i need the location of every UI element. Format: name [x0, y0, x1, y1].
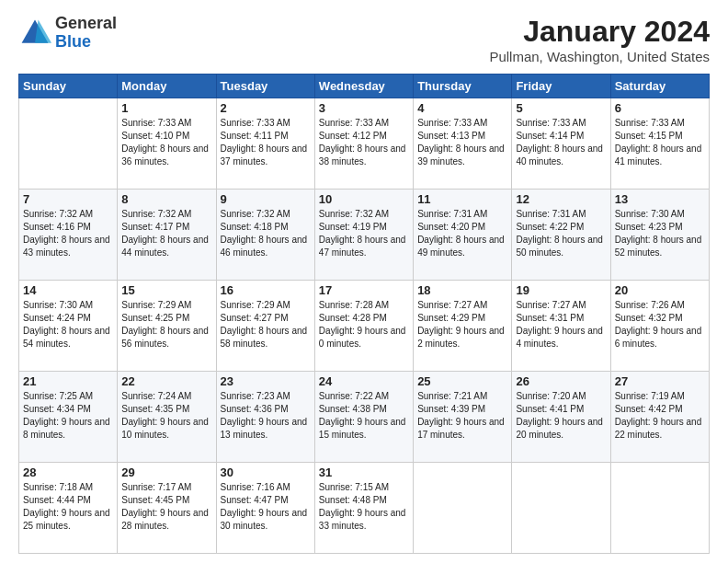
cell-info: Sunrise: 7:31 AMSunset: 4:20 PMDaylight:… [417, 208, 507, 259]
cell-info: Sunrise: 7:23 AMSunset: 4:36 PMDaylight:… [221, 390, 311, 442]
cell-info: Sunrise: 7:15 AMSunset: 4:48 PMDaylight:… [319, 481, 409, 533]
cell-info: Sunrise: 7:33 AMSunset: 4:13 PMDaylight:… [417, 117, 507, 168]
col-thursday: Thursday [414, 75, 512, 98]
day-number: 10 [319, 192, 409, 206]
cell-info: Sunrise: 7:32 AMSunset: 4:18 PMDaylight:… [221, 208, 311, 259]
day-number: 14 [23, 283, 113, 297]
logo-icon [18, 17, 51, 50]
cell-info: Sunrise: 7:33 AMSunset: 4:14 PMDaylight:… [516, 117, 606, 168]
page: General Blue January 2024 Pullman, Washi… [0, 0, 728, 563]
table-row: 21Sunrise: 7:25 AMSunset: 4:34 PMDayligh… [19, 372, 118, 463]
day-number: 3 [319, 101, 409, 115]
day-number: 6 [615, 101, 705, 115]
day-number: 8 [121, 192, 211, 206]
table-row: 11Sunrise: 7:31 AMSunset: 4:20 PMDayligh… [414, 190, 512, 281]
col-wednesday: Wednesday [314, 75, 413, 98]
cell-info: Sunrise: 7:18 AMSunset: 4:44 PMDaylight:… [23, 481, 113, 533]
calendar-week-row: 1Sunrise: 7:33 AMSunset: 4:10 PMDaylight… [19, 98, 710, 190]
cell-info: Sunrise: 7:30 AMSunset: 4:23 PMDaylight:… [615, 208, 705, 259]
table-row: 10Sunrise: 7:32 AMSunset: 4:19 PMDayligh… [314, 190, 413, 281]
day-number: 16 [221, 283, 311, 297]
calendar-table: Sunday Monday Tuesday Wednesday Thursday… [18, 74, 710, 554]
table-row: 31Sunrise: 7:15 AMSunset: 4:48 PMDayligh… [314, 463, 413, 554]
day-number: 25 [417, 374, 507, 388]
logo: General Blue [18, 15, 117, 52]
cell-info: Sunrise: 7:31 AMSunset: 4:22 PMDaylight:… [516, 208, 606, 259]
location: Pullman, Washington, United States [489, 49, 710, 64]
col-monday: Monday [118, 75, 216, 98]
table-row: 7Sunrise: 7:32 AMSunset: 4:16 PMDaylight… [19, 190, 118, 281]
day-number: 2 [221, 101, 311, 115]
col-tuesday: Tuesday [216, 75, 314, 98]
table-row: 14Sunrise: 7:30 AMSunset: 4:24 PMDayligh… [19, 281, 118, 372]
day-number: 13 [615, 192, 705, 206]
table-row: 3Sunrise: 7:33 AMSunset: 4:12 PMDaylight… [314, 98, 413, 190]
table-row: 5Sunrise: 7:33 AMSunset: 4:14 PMDaylight… [512, 98, 610, 190]
title-area: January 2024 Pullman, Washington, United… [489, 15, 710, 64]
table-row: 16Sunrise: 7:29 AMSunset: 4:27 PMDayligh… [216, 281, 314, 372]
calendar-header-row: Sunday Monday Tuesday Wednesday Thursday… [19, 75, 710, 98]
table-row: 23Sunrise: 7:23 AMSunset: 4:36 PMDayligh… [216, 372, 314, 463]
day-number: 22 [121, 374, 211, 388]
table-row [414, 463, 512, 554]
cell-info: Sunrise: 7:29 AMSunset: 4:27 PMDaylight:… [221, 299, 311, 350]
day-number: 29 [121, 465, 211, 479]
cell-info: Sunrise: 7:19 AMSunset: 4:42 PMDaylight:… [615, 390, 705, 442]
day-number: 21 [23, 374, 113, 388]
table-row: 29Sunrise: 7:17 AMSunset: 4:45 PMDayligh… [118, 463, 216, 554]
day-number: 18 [417, 283, 507, 297]
cell-info: Sunrise: 7:20 AMSunset: 4:41 PMDaylight:… [516, 390, 606, 442]
cell-info: Sunrise: 7:32 AMSunset: 4:17 PMDaylight:… [121, 208, 211, 259]
cell-info: Sunrise: 7:24 AMSunset: 4:35 PMDaylight:… [121, 390, 211, 442]
logo-general: General [55, 15, 117, 33]
cell-info: Sunrise: 7:21 AMSunset: 4:39 PMDaylight:… [417, 390, 507, 442]
table-row: 1Sunrise: 7:33 AMSunset: 4:10 PMDaylight… [118, 98, 216, 190]
table-row: 2Sunrise: 7:33 AMSunset: 4:11 PMDaylight… [216, 98, 314, 190]
day-number: 15 [121, 283, 211, 297]
table-row: 8Sunrise: 7:32 AMSunset: 4:17 PMDaylight… [118, 190, 216, 281]
table-row: 9Sunrise: 7:32 AMSunset: 4:18 PMDaylight… [216, 190, 314, 281]
cell-info: Sunrise: 7:30 AMSunset: 4:24 PMDaylight:… [23, 299, 113, 350]
col-sunday: Sunday [19, 75, 118, 98]
header: General Blue January 2024 Pullman, Washi… [18, 15, 710, 64]
table-row: 22Sunrise: 7:24 AMSunset: 4:35 PMDayligh… [118, 372, 216, 463]
cell-info: Sunrise: 7:26 AMSunset: 4:32 PMDaylight:… [615, 299, 705, 350]
cell-info: Sunrise: 7:27 AMSunset: 4:29 PMDaylight:… [417, 299, 507, 350]
cell-info: Sunrise: 7:28 AMSunset: 4:28 PMDaylight:… [319, 299, 409, 350]
day-number: 11 [417, 192, 507, 206]
day-number: 31 [319, 465, 409, 479]
day-number: 28 [23, 465, 113, 479]
cell-info: Sunrise: 7:29 AMSunset: 4:25 PMDaylight:… [121, 299, 211, 350]
cell-info: Sunrise: 7:33 AMSunset: 4:10 PMDaylight:… [121, 117, 211, 168]
calendar-week-row: 14Sunrise: 7:30 AMSunset: 4:24 PMDayligh… [19, 281, 710, 372]
table-row: 15Sunrise: 7:29 AMSunset: 4:25 PMDayligh… [118, 281, 216, 372]
table-row: 4Sunrise: 7:33 AMSunset: 4:13 PMDaylight… [414, 98, 512, 190]
logo-text: General Blue [55, 15, 117, 52]
cell-info: Sunrise: 7:33 AMSunset: 4:15 PMDaylight:… [615, 117, 705, 168]
day-number: 30 [221, 465, 311, 479]
table-row [512, 463, 610, 554]
day-number: 7 [23, 192, 113, 206]
day-number: 20 [615, 283, 705, 297]
day-number: 24 [319, 374, 409, 388]
calendar-week-row: 21Sunrise: 7:25 AMSunset: 4:34 PMDayligh… [19, 372, 710, 463]
calendar-week-row: 28Sunrise: 7:18 AMSunset: 4:44 PMDayligh… [19, 463, 710, 554]
cell-info: Sunrise: 7:17 AMSunset: 4:45 PMDaylight:… [121, 481, 211, 533]
cell-info: Sunrise: 7:33 AMSunset: 4:11 PMDaylight:… [221, 117, 311, 168]
month-title: January 2024 [489, 15, 710, 49]
cell-info: Sunrise: 7:27 AMSunset: 4:31 PMDaylight:… [516, 299, 606, 350]
day-number: 17 [319, 283, 409, 297]
calendar-week-row: 7Sunrise: 7:32 AMSunset: 4:16 PMDaylight… [19, 190, 710, 281]
cell-info: Sunrise: 7:32 AMSunset: 4:16 PMDaylight:… [23, 208, 113, 259]
table-row: 6Sunrise: 7:33 AMSunset: 4:15 PMDaylight… [610, 98, 709, 190]
day-number: 27 [615, 374, 705, 388]
day-number: 4 [417, 101, 507, 115]
table-row: 18Sunrise: 7:27 AMSunset: 4:29 PMDayligh… [414, 281, 512, 372]
cell-info: Sunrise: 7:32 AMSunset: 4:19 PMDaylight:… [319, 208, 409, 259]
table-row: 26Sunrise: 7:20 AMSunset: 4:41 PMDayligh… [512, 372, 610, 463]
table-row: 25Sunrise: 7:21 AMSunset: 4:39 PMDayligh… [414, 372, 512, 463]
day-number: 1 [121, 101, 211, 115]
cell-info: Sunrise: 7:16 AMSunset: 4:47 PMDaylight:… [221, 481, 311, 533]
cell-info: Sunrise: 7:22 AMSunset: 4:38 PMDaylight:… [319, 390, 409, 442]
svg-marker-1 [35, 19, 51, 42]
